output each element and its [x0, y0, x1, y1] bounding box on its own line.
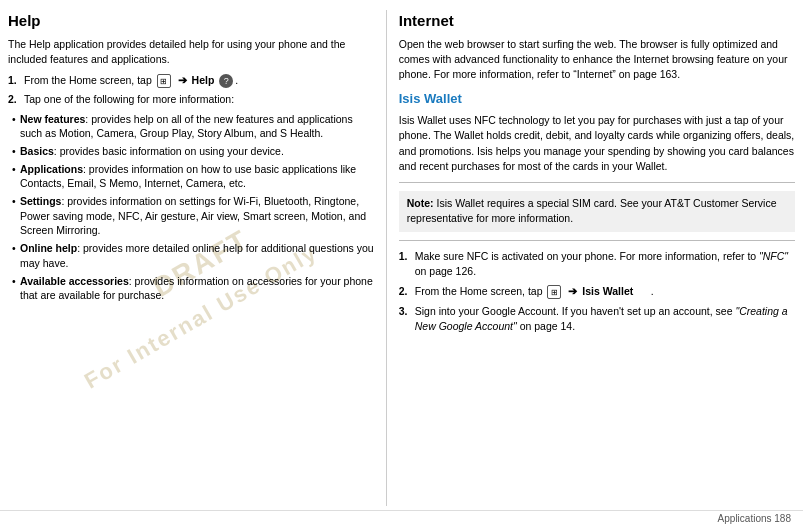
right-step-2: 2. From the Home screen, tap ⊞ ➔ Isis Wa… [399, 284, 795, 299]
term-applications: Applications [20, 163, 83, 175]
left-steps-list: 1. From the Home screen, tap ⊞ ➔ Help ?.… [8, 73, 374, 107]
desc-settings: : provides information on settings for W… [20, 195, 366, 236]
page-container: DRAFT For Internal Use Only Help The Hel… [0, 0, 803, 528]
isis-wallet-title: Isis Wallet [399, 90, 795, 109]
bullet-basics: Basics: provides basic information on us… [12, 144, 374, 159]
left-intro: The Help application provides detailed h… [8, 37, 374, 67]
step-2-text: Tap one of the following for more inform… [24, 92, 234, 107]
isis-wallet-bold-label: Isis Wallet [582, 285, 633, 297]
help-circle-icon: ? [219, 74, 233, 88]
right-step-3-text: Sign into your Google Account. If you ha… [415, 304, 795, 334]
right-step-1-text: Make sure NFC is activated on your phone… [415, 249, 795, 279]
content-area: DRAFT For Internal Use Only Help The Hel… [0, 0, 803, 510]
bullet-applications: Applications: provides information on ho… [12, 162, 374, 191]
left-column: DRAFT For Internal Use Only Help The Hel… [8, 10, 386, 506]
isis-wallet-text: Isis Wallet uses NFC technology to let y… [399, 113, 795, 174]
home-grid-icon: ⊞ [157, 74, 171, 88]
desc-basics: : provides basic information on using yo… [54, 145, 284, 157]
step-2-num: 2. [8, 92, 24, 107]
arrow-icon-1: ➔ [178, 74, 187, 86]
right-section-title: Internet [399, 10, 795, 32]
bullet-online-help: Online help: provides more detailed onli… [12, 241, 374, 270]
left-step-1: 1. From the Home screen, tap ⊞ ➔ Help ?. [8, 73, 374, 88]
help-bold-label: Help [192, 74, 218, 86]
right-steps-list: 1. Make sure NFC is activated on your ph… [399, 249, 795, 335]
step-1-num: 1. [8, 73, 24, 88]
right-step-2-num: 2. [399, 284, 415, 299]
footer-bar: Applications 188 [0, 510, 803, 528]
term-accessories: Available accessories [20, 275, 129, 287]
home-grid-icon-2: ⊞ [547, 285, 561, 299]
term-new-features: New features [20, 113, 85, 125]
bullet-list: New features: provides help on all of th… [12, 112, 374, 303]
footer-page-info: Applications 188 [718, 513, 791, 524]
term-settings: Settings [20, 195, 61, 207]
right-step-3: 3. Sign into your Google Account. If you… [399, 304, 795, 334]
bullet-accessories: Available accessories: provides informat… [12, 274, 374, 303]
left-section-title: Help [8, 10, 374, 32]
note-label: Note: [407, 197, 434, 209]
step-1-text: From the Home screen, tap ⊞ ➔ Help ?. [24, 73, 238, 88]
term-online-help: Online help [20, 242, 77, 254]
note-text: Isis Wallet requires a special SIM card.… [407, 197, 777, 224]
bullet-new-features: New features: provides help on all of th… [12, 112, 374, 141]
note-separator-bottom [399, 240, 795, 241]
left-step-2: 2. Tap one of the following for more inf… [8, 92, 374, 107]
bullet-settings: Settings: provides information on settin… [12, 194, 374, 238]
note-separator [399, 182, 795, 183]
right-column: Internet Open the web browser to start s… [386, 10, 795, 506]
right-step-1: 1. Make sure NFC is activated on your ph… [399, 249, 795, 279]
right-intro: Open the web browser to start surfing th… [399, 37, 795, 83]
right-step-3-num: 3. [399, 304, 415, 334]
term-basics: Basics [20, 145, 54, 157]
note-box: Note: Isis Wallet requires a special SIM… [399, 191, 795, 231]
arrow-icon-2: ➔ [568, 285, 577, 297]
right-step-1-num: 1. [399, 249, 415, 279]
right-step-2-text: From the Home screen, tap ⊞ ➔ Isis Walle… [415, 284, 654, 299]
